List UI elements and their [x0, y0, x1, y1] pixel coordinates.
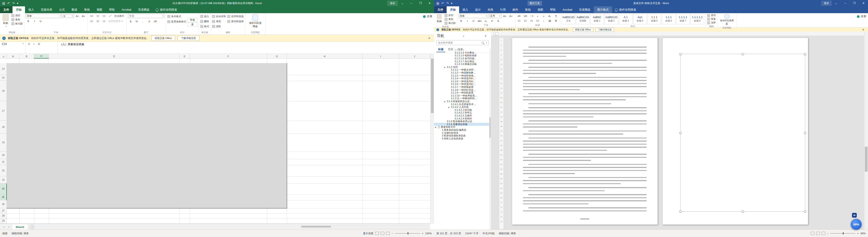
align-left-icon[interactable]: [517, 19, 522, 23]
new-sheet-icon[interactable]: +: [30, 225, 35, 229]
row-header-19[interactable]: 19: [0, 134, 7, 151]
nav-item[interactable]: 4 投标人告知承诺函: [434, 137, 489, 140]
number-icon[interactable]: .00: [153, 19, 158, 23]
format-letter-button[interactable]: abc: [477, 19, 483, 23]
column-header-D[interactable]: D: [49, 54, 180, 59]
align-right-icon[interactable]: [529, 19, 534, 23]
nav-item[interactable]: 3.1.3.7 一种焊接装置: [434, 86, 489, 89]
zoom-level[interactable]: 68%: [861, 232, 866, 235]
share-button[interactable]: 共享: [423, 14, 432, 19]
align-center-icon[interactable]: [95, 19, 100, 23]
excel-vertical-scrollbar[interactable]: [430, 54, 434, 224]
style-gallery-chip[interactable]: 1.1.1.1标题 7: [676, 14, 690, 24]
search-options-icon[interactable]: ▾: [486, 42, 487, 44]
column-header-E[interactable]: E: [180, 54, 190, 59]
signin-button[interactable]: 登录: [387, 1, 398, 6]
close-notification-icon[interactable]: ✕: [861, 28, 866, 31]
row-header-17[interactable]: 17: [0, 101, 7, 121]
normal-view-icon[interactable]: [375, 232, 379, 235]
undo-icon[interactable]: ↶: [7, 2, 10, 5]
ribbon-tab-百度网盘[interactable]: 百度网盘: [135, 6, 153, 13]
selection-handle[interactable]: [679, 132, 682, 134]
editing-button[interactable]: 清除: [212, 25, 226, 28]
row-header-29[interactable]: 29: [0, 218, 7, 224]
cancel-icon[interactable]: ✕: [28, 42, 30, 46]
decrease-font-icon[interactable]: A˅: [81, 14, 86, 18]
column-header-I[interactable]: I: [363, 54, 399, 59]
column-header-A[interactable]: A: [7, 54, 19, 59]
nav-item[interactable]: ◢3.1.4 研发机构及认证: [434, 100, 489, 103]
maximize-button[interactable]: ❐: [850, 0, 859, 6]
align-right-icon[interactable]: [101, 19, 106, 23]
format-letter-button[interactable]: U: [38, 19, 43, 23]
page-layout-view-icon[interactable]: [381, 232, 384, 235]
nav-item[interactable]: 3.1.2.1.6 差示扫描…: [434, 57, 489, 60]
ribbon-tab-视图[interactable]: 视图: [534, 6, 547, 13]
nav-item[interactable]: 3.1.6 质量保证措施: [434, 123, 489, 126]
nav-search-input[interactable]: 在文档中搜索 ▾: [436, 40, 489, 45]
style-gallery-chip[interactable]: A 1标题 3: [619, 14, 632, 24]
editing-button[interactable]: 查找和选择: [227, 20, 244, 23]
clipboard-item[interactable]: 格式刷: [11, 22, 23, 26]
paste-button[interactable]: 粘贴: [435, 14, 443, 25]
clipboard-item[interactable]: 剪切: [444, 14, 456, 17]
nav-item[interactable]: 3.1.3.1 一种复合管焊…: [434, 69, 489, 71]
zoom-slider[interactable]: [830, 233, 855, 234]
ribbon-tab-数据[interactable]: 数据: [68, 6, 81, 13]
increase-font-icon[interactable]: A˄: [75, 14, 80, 18]
editing-button[interactable]: 替换: [707, 18, 716, 21]
row-header-22[interactable]: 22: [0, 165, 7, 176]
wrap-text-button[interactable]: 自动换行: [114, 14, 125, 18]
maximize-button[interactable]: ❐: [416, 0, 425, 6]
vertical-ruler[interactable]: 2468101214161820222426283032343638404244…: [499, 38, 504, 229]
nav-item[interactable]: 3.1.2.1.3 …: [434, 48, 489, 52]
nav-item[interactable]: 3 机密信息接收承诺函: [434, 134, 489, 137]
document-page-151[interactable]: [512, 38, 658, 225]
ribbon-tab-页面布局[interactable]: 页面布局: [37, 6, 56, 13]
ribbon-tab-审阅[interactable]: 审阅: [81, 6, 93, 13]
style-gallery-chip[interactable]: AaBbC标题 1: [590, 14, 604, 24]
nav-item[interactable]: 3.1.3.5 一种管道内衬…: [434, 80, 489, 83]
number-icon[interactable]: .0: [146, 19, 152, 23]
close-notification-icon[interactable]: ✕: [427, 37, 432, 40]
nav-item[interactable]: 3.1.4.2.3 王春利: [434, 114, 489, 117]
selection-handle[interactable]: [804, 132, 806, 134]
nav-item[interactable]: 3.1.2.1.8 静液压试验: [434, 63, 489, 66]
row-header-20[interactable]: 20: [0, 151, 7, 159]
nav-item[interactable]: 3.1.5 售后服务体系认证: [434, 120, 489, 123]
clipboard-item[interactable]: 剪切: [11, 14, 23, 17]
word-count[interactable]: 21647 个字: [465, 232, 478, 235]
justify-icon[interactable]: [535, 19, 540, 23]
print-layout-icon[interactable]: [816, 232, 820, 235]
column-header-B[interactable]: B: [19, 54, 34, 59]
ribbon-tab-审阅[interactable]: 审阅: [522, 6, 534, 13]
editing-button[interactable]: 自动求和: [212, 15, 226, 18]
show-marks-icon[interactable]: ¶: [553, 14, 559, 18]
formula-input[interactable]: （八）质量保证措施: [58, 42, 434, 54]
align-top-icon[interactable]: [89, 14, 94, 18]
nav-item[interactable]: 3.1.3.10 一种效率较高…: [434, 95, 489, 97]
tab-selector[interactable]: L: [494, 32, 498, 36]
cells-button[interactable]: 格式: [200, 25, 209, 28]
nav-item[interactable]: 3.1.4.1 自主研发技术…: [434, 103, 489, 106]
nav-close-icon[interactable]: ✕: [483, 34, 488, 38]
signin-button[interactable]: 登录: [821, 1, 832, 6]
increase-indent-icon[interactable]: »: [541, 14, 547, 18]
close-button[interactable]: ✕: [425, 0, 434, 6]
shading-icon[interactable]: ▨: [547, 19, 553, 23]
format-letter-button[interactable]: U: [471, 19, 476, 23]
style-gallery-chip[interactable]: 1.1.1标题 6: [662, 14, 676, 24]
row-header-16[interactable]: 16: [0, 81, 7, 101]
multilevel-list-icon[interactable]: ⋮≡: [529, 14, 534, 18]
customize-qat-icon[interactable]: ▾: [451, 2, 453, 5]
tell-me-search[interactable]: 操作说明搜索: [612, 6, 639, 13]
cells-button[interactable]: 删除: [200, 20, 209, 23]
page-indicator[interactable]: 第 151 页，共 203 页: [436, 232, 461, 235]
selection-handle[interactable]: [804, 53, 806, 55]
zoom-out-icon[interactable]: −: [827, 232, 829, 235]
format-letter-button[interactable]: I: [32, 19, 37, 23]
nav-item[interactable]: 3.1.2.1.5 电热鼓风箱: [434, 54, 489, 57]
selection-handle[interactable]: [742, 210, 744, 212]
tell-me-search[interactable]: 操作说明搜索: [153, 6, 180, 13]
row-header-14[interactable]: 14: [0, 63, 7, 75]
